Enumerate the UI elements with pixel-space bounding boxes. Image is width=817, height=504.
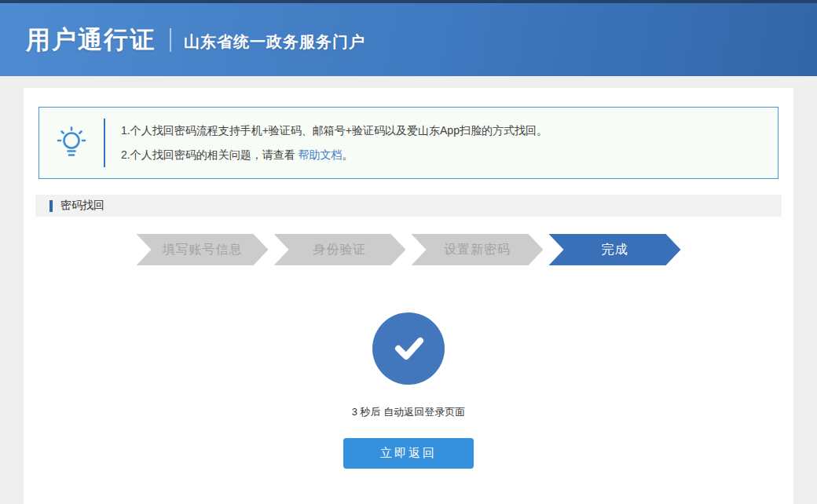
app-header: 用户通行证 山东省统一政务服务门户 xyxy=(0,0,817,76)
button-row: 立即返回 xyxy=(24,438,793,469)
section-header: 密码找回 xyxy=(35,195,782,217)
header-divider xyxy=(170,28,171,52)
progress-steps: 填写账号信息 身份验证 设置新密码 完成 xyxy=(24,234,793,265)
tip-line-2-text: 2.个人找回密码的相关问题，请查看 xyxy=(121,148,299,161)
tip-text: 1.个人找回密码流程支持手机+验证码、邮箱号+验证码以及爱山东App扫脸的方式找… xyxy=(105,119,548,167)
tip-box: 1.个人找回密码流程支持手机+验证码、邮箱号+验证码以及爱山东App扫脸的方式找… xyxy=(38,107,779,179)
step-set-new-password: 设置新密码 xyxy=(412,234,544,265)
tip-line-1: 1.个人找回密码流程支持手机+验证码、邮箱号+验证码以及爱山东App扫脸的方式找… xyxy=(121,119,548,143)
section-title: 密码找回 xyxy=(60,199,104,213)
check-icon xyxy=(372,312,445,385)
tip-line-2-period: 。 xyxy=(343,148,354,161)
tip-line-2: 2.个人找回密码的相关问题，请查看 帮助文档。 xyxy=(121,143,548,167)
success-area xyxy=(24,312,793,385)
step-complete: 完成 xyxy=(549,234,681,265)
app-title: 用户通行证 xyxy=(26,24,156,57)
help-doc-link[interactable]: 帮助文档 xyxy=(299,148,343,161)
section-accent-bar xyxy=(49,200,53,212)
return-now-button[interactable]: 立即返回 xyxy=(343,438,474,469)
content-card: 1.个人找回密码流程支持手机+验证码、邮箱号+验证码以及爱山东App扫脸的方式找… xyxy=(24,88,793,504)
portal-subtitle: 山东省统一政务服务门户 xyxy=(184,31,365,53)
countdown-text: 3 秒后 自动返回登录页面 xyxy=(24,405,793,419)
step-fill-account-info: 填写账号信息 xyxy=(137,234,269,265)
lightbulb-icon xyxy=(39,126,104,160)
step-identity-verification: 身份验证 xyxy=(274,234,406,265)
